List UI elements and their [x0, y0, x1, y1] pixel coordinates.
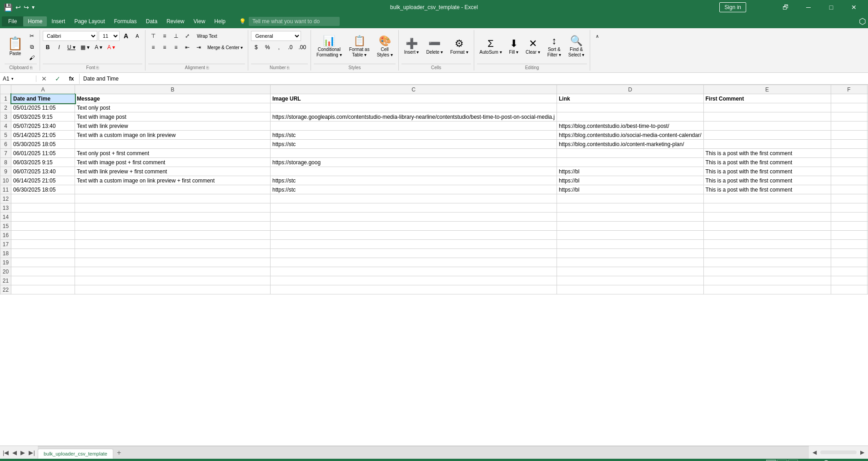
cell-d5[interactable]: https://blog.contentstudio.io/social-med…: [557, 131, 703, 140]
cell-other22[interactable]: [831, 285, 867, 294]
cell-other12[interactable]: [831, 194, 867, 203]
cell-a10[interactable]: 06/14/2025 21:05: [11, 176, 75, 185]
cell-c1[interactable]: Image URL: [271, 94, 557, 103]
cell-d22[interactable]: [557, 285, 703, 294]
customize-icon[interactable]: ▾: [32, 4, 35, 10]
cell-other7[interactable]: [831, 149, 867, 158]
decrease-decimal-button[interactable]: .0: [285, 42, 295, 52]
minimize-icon[interactable]: ─: [798, 0, 819, 15]
col-header-f[interactable]: F: [831, 85, 867, 94]
cell-c6[interactable]: https://stc: [271, 140, 557, 149]
cell-d20[interactable]: [557, 267, 703, 276]
cell-c18[interactable]: [271, 249, 557, 258]
cell-e21[interactable]: [703, 276, 831, 285]
percent-button[interactable]: %: [262, 42, 272, 52]
rotate-text-button[interactable]: ⤢: [182, 31, 192, 41]
cell-a20[interactable]: [11, 267, 75, 276]
copy-button[interactable]: ⧉: [27, 42, 37, 52]
cell-a2[interactable]: 05/01/2025 11:05: [11, 103, 75, 112]
cell-b9[interactable]: Text with link preview + first comment: [75, 167, 271, 176]
row-header-20[interactable]: 20: [0, 267, 11, 276]
menu-data[interactable]: Data: [141, 16, 162, 26]
accounting-format-button[interactable]: $: [251, 42, 261, 52]
cell-d3[interactable]: [557, 112, 703, 122]
add-sheet-button[interactable]: +: [114, 448, 124, 458]
cell-d6[interactable]: https://blog.contentstudio.io/content-ma…: [557, 140, 703, 149]
cell-a3[interactable]: 05/03/2025 9:15: [11, 112, 75, 122]
cell-c13[interactable]: [271, 203, 557, 213]
cell-c10[interactable]: https://stc: [271, 176, 557, 185]
cell-a12[interactable]: [11, 194, 75, 203]
cell-d12[interactable]: [557, 194, 703, 203]
cell-d18[interactable]: [557, 249, 703, 258]
cell-b3[interactable]: Text with image post: [75, 112, 271, 122]
cell-e14[interactable]: [703, 213, 831, 222]
cell-c16[interactable]: [271, 231, 557, 240]
row-header-8[interactable]: 8: [0, 158, 11, 167]
row-header-10[interactable]: 10: [0, 176, 11, 185]
col-header-d[interactable]: D: [557, 85, 703, 94]
font-size-select[interactable]: 11: [99, 31, 120, 41]
cell-c19[interactable]: [271, 258, 557, 267]
row-header-13[interactable]: 13: [0, 203, 11, 213]
cell-d21[interactable]: [557, 276, 703, 285]
cell-e15[interactable]: [703, 222, 831, 231]
font-increase-button[interactable]: A: [121, 31, 131, 41]
cell-other1[interactable]: [831, 94, 867, 103]
col-header-a[interactable]: A: [11, 85, 75, 94]
bold-button[interactable]: B: [43, 42, 53, 52]
cell-d17[interactable]: [557, 240, 703, 249]
cell-other21[interactable]: [831, 276, 867, 285]
cell-e9[interactable]: This is a post with the first comment: [703, 167, 831, 176]
cell-a13[interactable]: [11, 203, 75, 213]
cell-e11[interactable]: This is a post with the first comment: [703, 185, 831, 194]
cell-c17[interactable]: [271, 240, 557, 249]
cell-e19[interactable]: [703, 258, 831, 267]
cell-other17[interactable]: [831, 240, 867, 249]
cell-c22[interactable]: [271, 285, 557, 294]
cell-c5[interactable]: https://stc: [271, 131, 557, 140]
col-header-b[interactable]: B: [75, 85, 271, 94]
cell-b20[interactable]: [75, 267, 271, 276]
cell-b10[interactable]: Text with a custom image on link preview…: [75, 176, 271, 185]
row-header-19[interactable]: 19: [0, 258, 11, 267]
cell-c20[interactable]: [271, 267, 557, 276]
horizontal-scrollbar[interactable]: [820, 451, 857, 454]
menu-page-layout[interactable]: Page Layout: [70, 16, 109, 26]
cell-d15[interactable]: [557, 222, 703, 231]
cell-a14[interactable]: [11, 213, 75, 222]
cell-c9[interactable]: [271, 167, 557, 176]
cell-other2[interactable]: [831, 103, 867, 112]
tell-me-input[interactable]: [249, 17, 340, 26]
cell-d1[interactable]: Link: [557, 94, 703, 103]
cell-e10[interactable]: This is a post with the first comment: [703, 176, 831, 185]
cell-d19[interactable]: [557, 258, 703, 267]
format-as-table-button[interactable]: 📋 Format asTable ▾: [346, 32, 372, 61]
cell-d8[interactable]: [557, 158, 703, 167]
cell-d7[interactable]: [557, 149, 703, 158]
cell-d14[interactable]: [557, 213, 703, 222]
cell-d9[interactable]: https://bl: [557, 167, 703, 176]
cell-a8[interactable]: 06/03/2025 9:15: [11, 158, 75, 167]
cell-a17[interactable]: [11, 240, 75, 249]
fill-button[interactable]: ⬇ Fill ▾: [507, 32, 522, 61]
col-header-c[interactable]: C: [271, 85, 557, 94]
cell-e17[interactable]: [703, 240, 831, 249]
cell-d16[interactable]: [557, 231, 703, 240]
cell-other19[interactable]: [831, 258, 867, 267]
fill-color-button[interactable]: A ▾: [93, 42, 104, 52]
collapse-ribbon-button[interactable]: ∧: [592, 31, 602, 41]
cell-other9[interactable]: [831, 167, 867, 176]
sort-filter-button[interactable]: ↕ Sort &Filter ▾: [545, 32, 564, 61]
cell-b18[interactable]: [75, 249, 271, 258]
cell-c21[interactable]: [271, 276, 557, 285]
cell-styles-button[interactable]: 🎨 CellStyles ▾: [374, 32, 396, 61]
cell-b22[interactable]: [75, 285, 271, 294]
cell-e4[interactable]: [703, 122, 831, 131]
cell-a16[interactable]: [11, 231, 75, 240]
cell-other14[interactable]: [831, 213, 867, 222]
cell-c11[interactable]: https://stc: [271, 185, 557, 194]
row-header-15[interactable]: 15: [0, 222, 11, 231]
cell-other15[interactable]: [831, 222, 867, 231]
align-bottom-button[interactable]: ⊥: [171, 31, 181, 41]
